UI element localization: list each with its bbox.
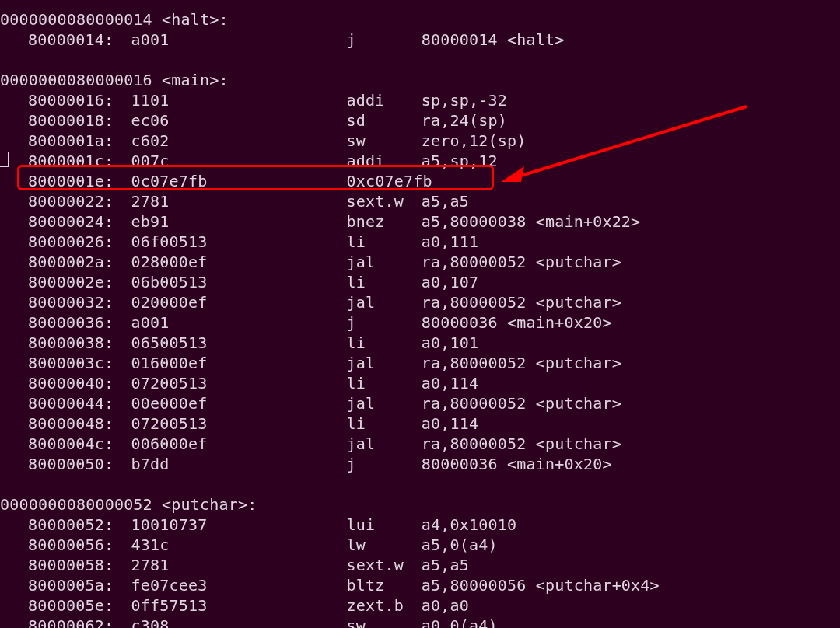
- disasm-row: 80000036:a001j80000036 <main+0x20>: [0, 312, 840, 333]
- instr-bytes: 028000ef: [131, 252, 347, 272]
- disasm-row: 80000026:06f00513lia0,111: [0, 232, 840, 252]
- indent: [0, 515, 28, 535]
- instr-args: a5,a5: [422, 192, 469, 211]
- instr-address: 80000062:: [28, 616, 131, 628]
- instr-args: 80000036 <main+0x20>: [422, 313, 612, 332]
- disasm-row: 80000016:1101addisp,sp,-32: [0, 90, 840, 110]
- instr-args: ra,80000052 <putchar>: [422, 354, 621, 372]
- instr-mnemonic: addi: [346, 151, 421, 171]
- indent: [0, 393, 28, 413]
- instr-address: 8000001c:: [28, 151, 131, 171]
- instr-address: 8000002a:: [28, 252, 131, 272]
- instr-bytes: 06b00513: [131, 272, 347, 292]
- instr-address: 80000032:: [28, 292, 131, 312]
- indent: [0, 110, 28, 131]
- section-label: 0000000080000014 <halt>:: [0, 9, 840, 30]
- instr-mnemonic: jal: [346, 252, 421, 272]
- instr-bytes: 2781: [131, 191, 347, 211]
- instr-mnemonic: lw: [346, 535, 421, 555]
- disasm-row: 80000032:020000efjalra,80000052 <putchar…: [0, 292, 840, 312]
- instr-args: a5,a5: [422, 556, 469, 574]
- indent: [0, 413, 28, 434]
- instr-args: a0,101: [422, 333, 478, 352]
- disasm-row: 8000005e:0ff57513zext.ba0,a0: [0, 595, 840, 616]
- indent: [0, 131, 28, 151]
- instr-mnemonic: li: [346, 333, 421, 353]
- disassembly-listing: 0000000080000014 <halt>: 80000014:a001j8…: [0, 9, 840, 628]
- indent: [0, 373, 28, 393]
- instr-address: 80000058:: [28, 555, 131, 575]
- instr-address: 80000038:: [28, 333, 131, 353]
- instr-args: ra,80000052 <putchar>: [422, 434, 621, 453]
- instr-address: 80000050:: [28, 454, 131, 474]
- instr-mnemonic: j: [346, 30, 421, 50]
- instr-address: 8000003c:: [28, 353, 131, 373]
- disasm-row: 80000050:b7ddj80000036 <main+0x20>: [0, 454, 840, 474]
- instr-bytes: 006000ef: [131, 434, 347, 454]
- instr-args: ra,24(sp): [422, 111, 507, 130]
- instr-args: sp,sp,-32: [422, 91, 507, 110]
- instr-bytes: 07200513: [131, 373, 347, 393]
- disasm-row: 8000005a:fe07cee3bltza5,80000056 <putcha…: [0, 575, 840, 595]
- instr-bytes: c602: [131, 131, 347, 151]
- instr-mnemonic: j: [346, 312, 421, 333]
- instr-args: a0,a0: [422, 596, 469, 615]
- indent: [0, 454, 28, 474]
- instr-bytes: c308: [131, 616, 347, 628]
- instr-mnemonic: jal: [346, 393, 421, 413]
- instr-args: a5,sp,12: [422, 152, 498, 170]
- disasm-row: 8000001e:0c07e7fb0xc07e7fb: [0, 171, 840, 191]
- instr-args: 80000036 <main+0x20>: [422, 455, 612, 473]
- instr-args: a0,114: [422, 414, 478, 433]
- disasm-row: 80000022:2781sext.wa5,a5: [0, 191, 840, 211]
- instr-args: ra,80000052 <putchar>: [422, 394, 621, 413]
- instr-address: 80000018:: [28, 110, 131, 131]
- instr-bytes: 007c: [131, 151, 347, 171]
- instr-address: 8000002e:: [28, 272, 131, 292]
- indent: [0, 434, 28, 454]
- instr-mnemonic: li: [346, 272, 421, 292]
- instr-bytes: a001: [131, 30, 347, 50]
- instr-args: ra,80000052 <putchar>: [422, 293, 621, 312]
- instr-bytes: 016000ef: [131, 353, 347, 373]
- indent: [0, 171, 28, 191]
- instr-bytes: 06500513: [131, 333, 347, 353]
- instr-mnemonic: jal: [346, 292, 421, 312]
- instr-bytes: fe07cee3: [131, 575, 347, 595]
- instr-address: 80000052:: [28, 515, 131, 535]
- indent: [0, 272, 28, 292]
- instr-bytes: 07200513: [131, 413, 347, 434]
- label-address: 0000000080000016: [0, 71, 152, 89]
- instr-bytes: eb91: [131, 211, 347, 232]
- instr-mnemonic: bnez: [346, 211, 421, 232]
- instr-address: 8000005a:: [28, 575, 131, 595]
- indent: [0, 211, 28, 232]
- disasm-row: 80000044:00e000efjalra,80000052 <putchar…: [0, 393, 840, 413]
- indent: [0, 555, 28, 575]
- instr-bytes: 10010737: [131, 515, 347, 535]
- instr-args: a0,0(a4): [422, 616, 498, 628]
- instr-mnemonic: addi: [346, 90, 421, 110]
- section-label: 0000000080000052 <putchar>:: [0, 494, 840, 515]
- instr-address: 8000001e:: [28, 171, 131, 191]
- disasm-row: 80000038:06500513lia0,101: [0, 333, 840, 353]
- label-name: <main>:: [152, 71, 229, 89]
- blank-line: [0, 50, 840, 70]
- instr-bytes: 431c: [131, 535, 347, 555]
- instr-address: 80000048:: [28, 413, 131, 434]
- instr-mnemonic: li: [346, 413, 421, 434]
- instr-bytes: 2781: [131, 555, 347, 575]
- instr-mnemonic: lui: [346, 515, 421, 535]
- instr-address: 80000022:: [28, 191, 131, 211]
- instr-address: 8000004c:: [28, 434, 131, 454]
- indent: [0, 292, 28, 312]
- instr-address: 80000024:: [28, 211, 131, 232]
- instr-bytes: b7dd: [131, 454, 347, 474]
- disasm-row: 80000062:c308swa0,0(a4): [0, 616, 840, 628]
- text-cursor-box: [0, 152, 9, 167]
- indent: [0, 535, 28, 555]
- label-address: 0000000080000052: [0, 495, 152, 514]
- instr-args: ra,80000052 <putchar>: [422, 253, 621, 271]
- instr-address: 80000036:: [28, 312, 131, 333]
- indent: [0, 575, 28, 595]
